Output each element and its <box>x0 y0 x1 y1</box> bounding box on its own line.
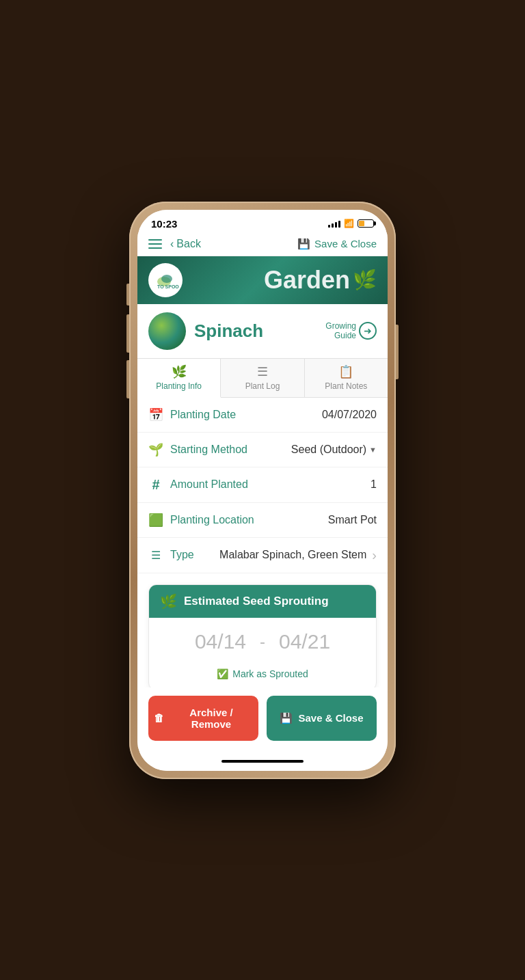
sprouting-date-separator: - <box>260 632 265 651</box>
nav-bar: ‹ Back 💾 Save & Close <box>137 234 388 256</box>
type-label: Type <box>170 549 194 561</box>
nav-left: ‹ Back <box>148 238 201 250</box>
save-nav-icon: 💾 <box>297 238 310 250</box>
archive-remove-button[interactable]: 🗑 Archive / Remove <box>148 696 258 741</box>
field-type[interactable]: ☰ Type Malabar Spinach, Green Stem <box>137 538 388 573</box>
field-starting-method[interactable]: 🌱 Starting Method Seed (Outdoor) <box>137 433 388 467</box>
tab-plant-log-label: Plant Log <box>245 381 280 391</box>
scroll-content: Spinach GrowingGuide ➜ 🌿 Planting Info ☰… <box>137 304 388 688</box>
power-button <box>396 325 399 379</box>
home-bar <box>221 760 304 763</box>
sprouting-date-to: 04/21 <box>279 630 330 653</box>
mark-sprouted-label: Mark as Sprouted <box>232 668 308 679</box>
clipboard-icon: 📋 <box>338 364 353 379</box>
mute-button <box>126 284 129 305</box>
hash-icon: # <box>148 477 163 493</box>
tab-plant-notes-label: Plant Notes <box>325 381 367 391</box>
amount-planted-label: Amount Planted <box>170 478 248 491</box>
planting-location-value: Smart Pot <box>328 514 377 526</box>
status-bar: 10:23 📶 <box>137 210 388 234</box>
sprouting-card-header: 🌿 Estimated Seed Sprouting <box>149 585 376 618</box>
tab-bar: 🌿 Planting Info ☰ Plant Log 📋 Plant Note… <box>137 358 388 398</box>
type-icon: ☰ <box>148 549 163 562</box>
phone-frame: 10:23 📶 <box>129 202 396 779</box>
app-banner: TO SPOON Garden 🌿 <box>137 256 388 304</box>
amount-planted-value: 1 <box>371 478 377 491</box>
status-icons: 📶 <box>328 219 374 228</box>
svg-point-2 <box>161 275 172 283</box>
field-planting-location[interactable]: 🟩 Planting Location Smart Pot <box>137 503 388 538</box>
sprouting-header-text: Estimated Seed Sprouting <box>184 595 329 608</box>
tab-plant-log[interactable]: ☰ Plant Log <box>221 359 304 397</box>
save-close-nav-button[interactable]: 💾 Save & Close <box>297 238 377 250</box>
sprouting-dates: 04/14 - 04/21 <box>149 618 376 666</box>
growing-guide-label: GrowingGuide <box>325 321 356 341</box>
battery-icon <box>358 219 374 228</box>
save-close-label: Save & Close <box>298 712 363 724</box>
volume-down-button <box>126 360 129 398</box>
sprouting-card: 🌿 Estimated Seed Sprouting 04/14 - 04/21… <box>148 584 377 688</box>
seedling-icon: 🌱 <box>148 442 163 457</box>
plant-avatar <box>148 312 186 350</box>
growing-guide-button[interactable]: GrowingGuide ➜ <box>325 321 377 341</box>
volume-up-button <box>126 314 129 353</box>
field-amount-planted[interactable]: # Amount Planted 1 <box>137 467 388 503</box>
tab-plant-notes[interactable]: 📋 Plant Notes <box>305 359 388 397</box>
signal-icon <box>328 219 340 228</box>
planting-date-value: 04/07/2020 <box>322 409 377 421</box>
type-value[interactable]: Malabar Spinach, Green Stem <box>219 547 377 563</box>
tab-planting-info[interactable]: 🌿 Planting Info <box>137 359 221 398</box>
banner-icon: 🌿 <box>353 269 377 291</box>
growing-guide-arrow-icon: ➜ <box>359 322 377 340</box>
clock: 10:23 <box>151 218 177 230</box>
starting-method-label: Starting Method <box>170 444 247 456</box>
calendar-icon: 📅 <box>148 407 163 422</box>
app-logo: TO SPOON <box>148 263 183 297</box>
sprouting-date-from: 04/14 <box>195 630 246 653</box>
svg-text:TO SPOON: TO SPOON <box>157 284 179 289</box>
back-label: Back <box>176 238 201 250</box>
tab-planting-info-label: Planting Info <box>156 381 202 391</box>
starting-method-value[interactable]: Seed (Outdoor) <box>291 444 377 456</box>
save-close-button[interactable]: 💾 Save & Close <box>267 696 377 741</box>
menu-button[interactable] <box>148 239 162 249</box>
list-icon: ☰ <box>257 364 268 379</box>
plant-header: Spinach GrowingGuide ➜ <box>137 304 388 358</box>
back-button[interactable]: ‹ Back <box>170 238 201 250</box>
save-close-nav-label: Save & Close <box>314 238 377 249</box>
field-planting-date[interactable]: 📅 Planting Date 04/07/2020 <box>137 398 388 433</box>
planting-date-label: Planting Date <box>170 409 236 421</box>
check-circle-icon: ✅ <box>217 668 228 679</box>
phone-screen: 10:23 📶 <box>137 210 388 771</box>
wifi-icon: 📶 <box>344 219 354 228</box>
archive-icon: 🗑 <box>154 712 164 724</box>
planting-location-label: Planting Location <box>170 514 254 526</box>
archive-label: Archive / Remove <box>170 707 253 730</box>
chevron-left-icon: ‹ <box>170 238 174 250</box>
mark-sprouted-button[interactable]: ✅ Mark as Sprouted <box>149 666 376 688</box>
bottom-action-bar: 🗑 Archive / Remove 💾 Save & Close <box>137 688 388 752</box>
save-icon: 💾 <box>280 712 293 724</box>
banner-text: Garden <box>264 266 350 295</box>
home-indicator <box>137 752 388 771</box>
location-icon: 🟩 <box>148 513 163 528</box>
plant-name: Spinach <box>194 321 263 342</box>
leaf-icon: 🌿 <box>172 364 187 379</box>
sprout-icon: 🌿 <box>160 593 177 610</box>
